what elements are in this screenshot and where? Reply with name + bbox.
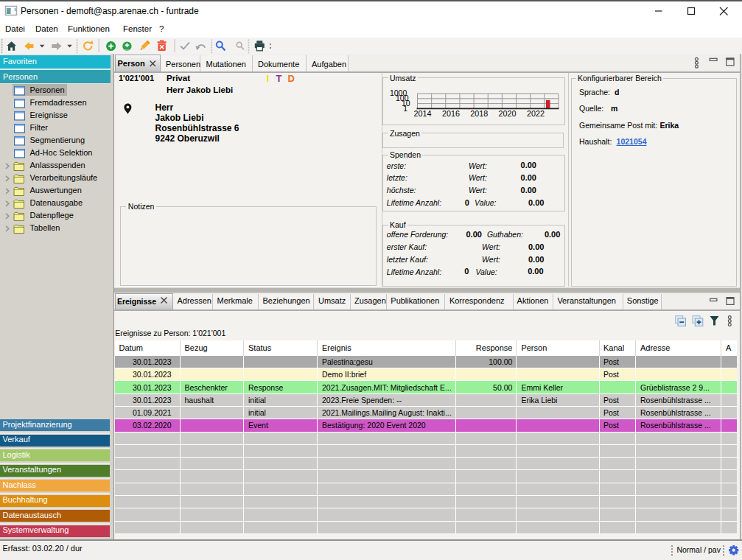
svg-text:1: 1 — [403, 104, 407, 113]
svg-text:2014: 2014 — [414, 109, 432, 118]
svg-text:2022: 2022 — [527, 109, 545, 118]
svg-text:2020: 2020 — [499, 109, 517, 118]
svg-text:2016: 2016 — [442, 109, 460, 118]
svg-text:2018: 2018 — [470, 109, 488, 118]
